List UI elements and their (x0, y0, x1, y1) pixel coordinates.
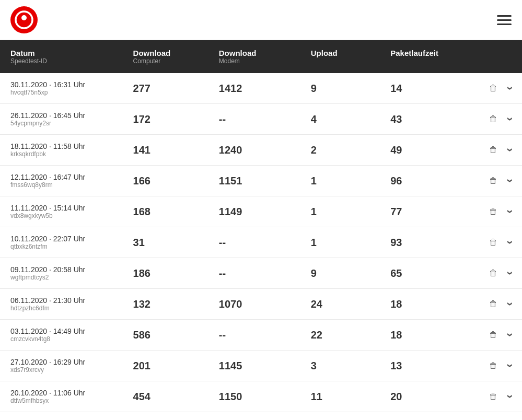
cell-dl-comp-1: 172 (123, 104, 208, 135)
date-text-0: 30.11.2020 · 16:31 Uhr (10, 80, 112, 89)
cell-paket-10: 20 (380, 381, 460, 412)
cell-dl-mod-6: -- (208, 258, 300, 289)
table-row: 12.11.2020 · 16:47 Uhr fmss6wq8y8rm 166 … (0, 166, 522, 196)
cell-dl-mod-0: 1412 (208, 73, 300, 104)
cell-dl-comp-0: 277 (123, 73, 208, 104)
cell-paket-0: 14 (380, 73, 460, 104)
cell-upload-10: 11 (300, 381, 380, 412)
delete-button-10[interactable]: 🗑 (489, 392, 497, 401)
expand-button-1[interactable]: › (503, 117, 516, 121)
delete-button-3[interactable]: 🗑 (489, 176, 497, 185)
cell-dl-comp-10: 454 (123, 381, 208, 412)
delete-button-7[interactable]: 🗑 (489, 299, 497, 309)
cell-dl-mod-8: -- (208, 320, 300, 351)
cell-dl-mod-4: 1149 (208, 196, 300, 227)
date-text-5: 10.11.2020 · 22:07 Uhr (10, 235, 112, 243)
cell-paket-5: 93 (380, 227, 460, 258)
id-text-9: xds7r9xrcvy (10, 366, 112, 374)
id-text-3: fmss6wq8y8rm (10, 181, 112, 189)
col-dl-mod-main: Download (219, 49, 290, 57)
table-row: 06.11.2020 · 21:30 Uhr hdtzpzhc6dfm 132 … (0, 289, 522, 320)
date-text-1: 26.11.2020 · 16:45 Uhr (10, 111, 112, 120)
expand-button-2[interactable]: › (503, 148, 516, 151)
delete-button-9[interactable]: 🗑 (489, 361, 497, 370)
delete-button-1[interactable]: 🗑 (489, 114, 497, 124)
cell-dl-comp-11: 490 (123, 412, 208, 421)
date-text-8: 03.11.2020 · 14:49 Uhr (10, 327, 112, 335)
cell-dl-comp-3: 166 (123, 166, 208, 196)
cell-upload-8: 22 (300, 320, 380, 351)
date-text-9: 27.10.2020 · 16:29 Uhr (10, 358, 112, 366)
cell-upload-6: 9 (300, 258, 380, 289)
cell-actions-4: 🗑 › (461, 196, 522, 227)
cell-dl-comp-4: 168 (123, 196, 208, 227)
col-header-download-modem: Download Modem (208, 40, 300, 73)
cell-paket-2: 49 (380, 135, 460, 166)
date-text-2: 18.11.2020 · 11:58 Uhr (10, 142, 112, 150)
delete-button-0[interactable]: 🗑 (489, 84, 497, 93)
id-text-0: hvcqtf75n5xp (10, 89, 112, 96)
cell-dl-mod-5: -- (208, 227, 300, 258)
cell-dl-mod-10: 1150 (208, 381, 300, 412)
date-text-4: 11.11.2020 · 15:14 Uhr (10, 204, 112, 212)
delete-button-8[interactable]: 🗑 (489, 330, 497, 340)
cell-dl-mod-11: 1187 (208, 412, 300, 421)
cell-upload-9: 3 (300, 351, 380, 381)
cell-date-10: 20.10.2020 · 11:06 Uhr dtfw5mfhbsyx (0, 381, 123, 412)
date-text-10: 20.10.2020 · 11:06 Uhr (10, 389, 112, 397)
id-text-4: vdx8wgxkyw5b (10, 212, 112, 219)
cell-actions-9: 🗑 › (461, 351, 522, 381)
cell-paket-9: 13 (380, 351, 460, 381)
cell-actions-1: 🗑 › (461, 104, 522, 135)
table-row: 18.11.2020 · 11:58 Uhr krksqkrdfpbk 141 … (0, 135, 522, 166)
expand-button-0[interactable]: › (503, 86, 516, 90)
expand-button-10[interactable]: › (503, 394, 516, 398)
cell-upload-5: 1 (300, 227, 380, 258)
table-row: 26.11.2020 · 16:45 Uhr 54ycpmpny2sr 172 … (0, 104, 522, 135)
expand-button-8[interactable]: › (503, 333, 516, 336)
hamburger-line-1 (497, 15, 512, 17)
expand-button-6[interactable]: › (503, 271, 516, 275)
col-header-download-computer: Download Computer (123, 40, 208, 73)
cell-upload-4: 1 (300, 196, 380, 227)
cell-dl-mod-2: 1240 (208, 135, 300, 166)
delete-button-5[interactable]: 🗑 (489, 238, 497, 247)
cell-dl-comp-6: 186 (123, 258, 208, 289)
cell-actions-5: 🗑 › (461, 227, 522, 258)
page-header (0, 0, 522, 40)
cell-dl-mod-7: 1070 (208, 289, 300, 320)
svg-point-1 (21, 15, 27, 20)
cell-date-4: 11.11.2020 · 15:14 Uhr vdx8wgxkyw5b (0, 196, 123, 227)
delete-button-4[interactable]: 🗑 (489, 207, 497, 216)
date-text-7: 06.11.2020 · 21:30 Uhr (10, 296, 112, 305)
col-header-upload: Upload (300, 40, 380, 73)
col-dl-comp-main: Download (133, 49, 198, 57)
expand-button-9[interactable]: › (503, 364, 516, 367)
delete-button-2[interactable]: 🗑 (489, 145, 497, 155)
cell-actions-11: 🗑 › (461, 412, 522, 421)
id-text-7: hdtzpzhc6dfm (10, 305, 112, 312)
table-row: 20.10.2020 · 11:06 Uhr dtfw5mfhbsyx 454 … (0, 381, 522, 412)
cell-actions-2: 🗑 › (461, 135, 522, 166)
vodafone-logo (10, 6, 38, 33)
expand-button-7[interactable]: › (503, 302, 516, 306)
cell-paket-1: 43 (380, 104, 460, 135)
table-row: 13.10.2020 · 12:42 Uhr tywfxtmfyxz6 490 … (0, 412, 522, 421)
expand-button-5[interactable]: › (503, 240, 516, 244)
speedtest-table: Datum Speedtest-ID Download Computer Dow… (0, 40, 522, 420)
cell-actions-10: 🗑 › (461, 381, 522, 412)
cell-paket-11: 13 (380, 412, 460, 421)
id-text-2: krksqkrdfpbk (10, 150, 112, 158)
table-row: 11.11.2020 · 15:14 Uhr vdx8wgxkyw5b 168 … (0, 196, 522, 227)
col-header-datum: Datum Speedtest-ID (0, 40, 123, 73)
expand-button-3[interactable]: › (503, 179, 516, 182)
cell-actions-3: 🗑 › (461, 166, 522, 196)
expand-button-4[interactable]: › (503, 209, 516, 213)
col-dl-comp-sub: Computer (133, 57, 198, 65)
hamburger-menu-button[interactable] (497, 15, 512, 25)
cell-paket-8: 18 (380, 320, 460, 351)
cell-dl-comp-9: 201 (123, 351, 208, 381)
delete-button-6[interactable]: 🗑 (489, 269, 497, 278)
cell-dl-mod-3: 1151 (208, 166, 300, 196)
cell-date-8: 03.11.2020 · 14:49 Uhr cmzcvkvn4tg8 (0, 320, 123, 351)
